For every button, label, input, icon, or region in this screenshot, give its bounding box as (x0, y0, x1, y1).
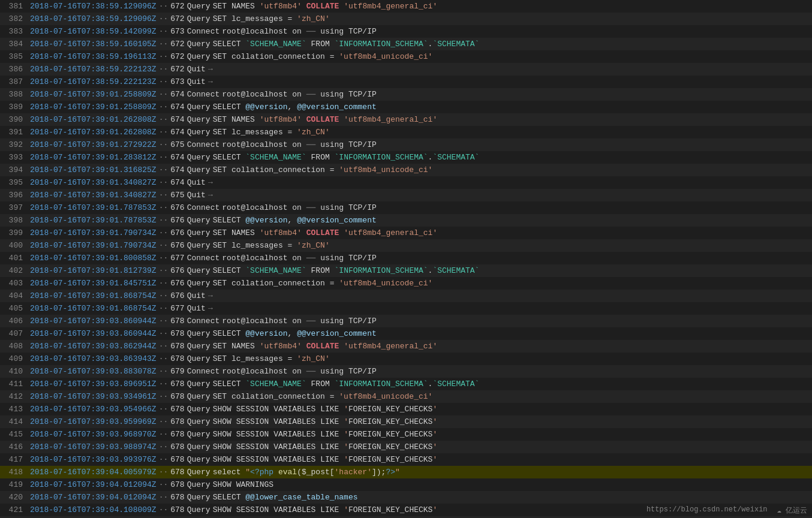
thread-id: 674 (170, 114, 184, 125)
dots: ·· (159, 441, 169, 453)
thread-id: 674 (170, 164, 184, 176)
event-type: Connect (187, 89, 220, 100)
thread-id: 674 (170, 101, 184, 113)
log-row: 417 2018-07-16T07:39:03.993976Z ·· 678 Q… (0, 453, 812, 466)
line-number: 416 (0, 441, 30, 453)
line-number: 417 (0, 454, 30, 465)
thread-id: 678 (170, 454, 184, 465)
line-number: 397 (0, 202, 30, 213)
timestamp: 2018-07-16T07:39:01.800858Z (30, 252, 157, 264)
timestamp: 2018-07-16T07:39:01.790734Z (30, 227, 157, 239)
thread-id: 674 (170, 152, 184, 163)
line-number: 415 (0, 429, 30, 440)
log-content: SELECT @@lower_case_table_names (213, 492, 812, 503)
event-type: Query (187, 38, 210, 50)
line-number: 396 (0, 189, 30, 201)
dots: ·· (159, 164, 169, 176)
log-content: SET lc_messages = 'zh_CN' (213, 13, 812, 25)
log-row: 419 2018-07-16T07:39:04.012094Z ·· 678 Q… (0, 478, 812, 491)
event-type: Connect (187, 315, 220, 327)
log-row: 386 2018-07-16T07:38:59.222123Z ·· 672 Q… (0, 63, 812, 76)
thread-id: 674 (170, 89, 184, 100)
log-content: SET NAMES 'utf8mb4' COLLATE 'utf8mb4_gen… (213, 114, 812, 125)
dots: ·· (159, 366, 169, 377)
thread-id: 672 (170, 1, 184, 12)
timestamp: 2018-07-16T07:39:01.340827Z (30, 177, 157, 188)
log-row: 387 2018-07-16T07:38:59.222123Z ·· 673 Q… (0, 76, 812, 88)
timestamp: 2018-07-16T07:39:01.272922Z (30, 139, 157, 150)
log-content: SET lc_messages = 'zh_CN' (213, 353, 812, 365)
event-type: Query (187, 454, 210, 465)
dots: ·· (159, 189, 169, 201)
event-type: Query (187, 240, 210, 251)
thread-id: 678 (170, 315, 184, 327)
thread-id: 678 (170, 441, 184, 453)
log-row: 398 2018-07-16T07:39:01.787853Z ·· 676 Q… (0, 214, 812, 227)
timestamp: 2018-07-16T07:39:03.959969Z (30, 416, 157, 427)
timestamp: 2018-07-16T07:39:03.968970Z (30, 429, 157, 440)
timestamp: 2018-07-16T07:38:59.142099Z (30, 26, 157, 37)
event-type: Query (187, 441, 210, 453)
log-row: 384 2018-07-16T07:38:59.160105Z ·· 672 Q… (0, 38, 812, 50)
log-content: SELECT `SCHEMA_NAME` FROM `INFORMATION_S… (213, 38, 812, 50)
log-content: SHOW SESSION VARIABLES LIKE 'FOREIGN_KEY… (213, 403, 812, 415)
line-number: 388 (0, 89, 30, 100)
thread-id: 677 (170, 252, 184, 264)
line-number: 406 (0, 315, 30, 327)
log-content: SET collation_connection = 'utf8mb4_unic… (213, 164, 812, 176)
log-row: 403 2018-07-16T07:39:01.845751Z ·· 676 Q… (0, 277, 812, 290)
log-content: SELECT `SCHEMA_NAME` FROM `INFORMATION_S… (213, 378, 812, 390)
log-row: 413 2018-07-16T07:39:03.954966Z ·· 678 Q… (0, 403, 812, 415)
dots: ·· (159, 76, 169, 88)
log-content: SET collation_connection = 'utf8mb4_unic… (213, 278, 812, 289)
dots: ·· (159, 127, 169, 138)
event-type: Query (187, 164, 210, 176)
event-type: Query (187, 429, 210, 440)
timestamp: 2018-07-16T07:39:01.787853Z (30, 202, 157, 213)
log-content: SELECT `SCHEMA_NAME` FROM `INFORMATION_S… (213, 265, 812, 276)
timestamp: 2018-07-16T07:39:04.005979Z (30, 466, 157, 478)
log-row: 391 2018-07-16T07:39:01.262808Z ·· 674 Q… (0, 126, 812, 138)
timestamp: 2018-07-16T07:38:59.222123Z (30, 76, 157, 88)
dots: ·· (159, 227, 169, 239)
log-row: 381 2018-07-16T07:38:59.129096Z ·· 672 Q… (0, 0, 812, 13)
event-type: Query (187, 341, 210, 352)
log-row: 397 2018-07-16T07:39:01.787853Z ·· 676 C… (0, 201, 812, 214)
line-number: 411 (0, 378, 30, 390)
event-type: Query (187, 101, 210, 113)
event-type: Quit (187, 177, 206, 188)
log-content: SET lc_messages = 'zh_CN' (213, 127, 812, 138)
event-type: Query (187, 416, 210, 427)
log-container: 381 2018-07-16T07:38:59.129096Z ·· 672 Q… (0, 0, 812, 518)
event-type: Query (187, 227, 210, 239)
timestamp: 2018-07-16T07:39:03.863943Z (30, 353, 157, 365)
log-content: SET NAMES 'utf8mb4' COLLATE 'utf8mb4_gen… (213, 1, 812, 12)
log-row: 404 2018-07-16T07:39:01.868754Z ·· 676 Q… (0, 290, 812, 302)
log-content: SET collation_connection = 'utf8mb4_unic… (213, 391, 812, 402)
log-row: 385 2018-07-16T07:38:59.196113Z ·· 672 Q… (0, 50, 812, 63)
thread-id: 676 (170, 215, 184, 226)
event-type: Quit (187, 76, 206, 88)
timestamp: 2018-07-16T07:39:03.862944Z (30, 341, 157, 352)
thread-id: 676 (170, 227, 184, 239)
log-row: 389 2018-07-16T07:39:01.258809Z ·· 674 Q… (0, 101, 812, 113)
thread-id: 676 (170, 202, 184, 213)
thread-id: 675 (170, 189, 184, 201)
log-content: SHOW SESSION VARIABLES LIKE 'FOREIGN_KEY… (213, 441, 812, 453)
line-number: 385 (0, 51, 30, 62)
dots: ·· (159, 101, 169, 113)
quit-arrow: → (208, 177, 213, 188)
log-content: select "<?php eval($_post['hacker']);?>" (213, 466, 812, 478)
thread-id: 676 (170, 265, 184, 276)
thread-id: 679 (170, 366, 184, 377)
dots: ·· (159, 403, 169, 415)
log-content: root@localhost on ── using TCP/IP (222, 139, 812, 150)
thread-id: 675 (170, 139, 184, 150)
timestamp: 2018-07-16T07:39:03.883078Z (30, 366, 157, 377)
timestamp: 2018-07-16T07:39:04.012094Z (30, 479, 157, 490)
log-row: 400 2018-07-16T07:39:01.790734Z ·· 676 Q… (0, 239, 812, 252)
dots: ·· (159, 328, 169, 339)
line-number: 419 (0, 479, 30, 490)
line-number: 407 (0, 328, 30, 339)
dots: ·· (159, 89, 169, 100)
